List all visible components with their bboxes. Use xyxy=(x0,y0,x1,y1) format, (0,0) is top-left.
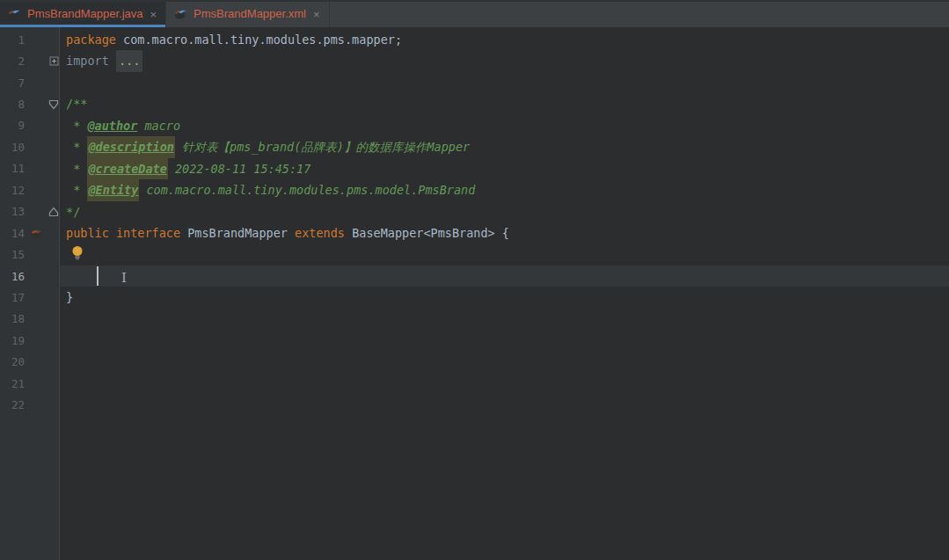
code-line: 16 I xyxy=(0,265,949,287)
code-line: 22 xyxy=(0,394,949,415)
text-caret xyxy=(97,266,99,286)
code-token-taghl: @Entity xyxy=(87,179,139,200)
code-token-plain: BaseMapper<PmsBrand> { xyxy=(345,222,509,244)
line-number: 9 xyxy=(0,119,25,132)
code-line: 2import ... xyxy=(0,50,949,71)
code-token-tag: @author xyxy=(87,115,137,136)
code-line-text[interactable]: } xyxy=(60,287,949,308)
code-line-text[interactable]: * @description 针对表【pms_brand(品牌表)】的数据库操作… xyxy=(60,136,949,157)
tab-pmsbrandmapper-java[interactable]: PmsBrandMapper.java × xyxy=(0,2,166,27)
code-line-text[interactable] xyxy=(60,330,949,351)
code-line: 11 * @createDate 2022-08-11 15:45:17 xyxy=(0,158,949,179)
code-token-muted: import xyxy=(66,50,116,71)
mybatis-file-icon xyxy=(7,6,21,24)
code-token-plain: com.macro.mall.tiny.modules.pms.mapper; xyxy=(116,29,402,50)
code-line: 17} xyxy=(0,287,949,308)
line-number: 1 xyxy=(0,33,25,47)
line-number: 18 xyxy=(0,312,25,325)
code-line-text[interactable]: I xyxy=(60,265,949,287)
code-line: 19 xyxy=(0,330,949,351)
code-line-text[interactable]: public interface PmsBrandMapper extends … xyxy=(60,222,949,244)
code-line-text[interactable]: */ xyxy=(60,201,949,222)
line-number: 14 xyxy=(0,227,25,240)
code-token-doc: */ xyxy=(66,201,80,222)
code-token-kw: package xyxy=(66,29,116,50)
code-line: 7 xyxy=(0,72,949,93)
code-token-taghl: @description xyxy=(87,136,175,157)
code-line-text[interactable]: * @Entity com.macro.mall.tiny.modules.pm… xyxy=(60,179,949,200)
code-line-text[interactable] xyxy=(60,394,949,415)
code-line-text[interactable] xyxy=(60,373,949,394)
code-line: 10 * @description 针对表【pms_brand(品牌表)】的数据… xyxy=(0,136,949,157)
code-line: 18 xyxy=(0,309,949,330)
line-number: 12 xyxy=(0,184,25,197)
mybatis-mapper-icon[interactable] xyxy=(25,227,47,240)
code-token-val: 针对表【pms_brand(品牌表)】的数据库操作Mapper xyxy=(175,136,470,157)
code-line: 13*/ xyxy=(0,201,949,222)
code-line-text[interactable] xyxy=(60,309,949,330)
code-token-doc: * xyxy=(66,136,87,157)
mouse-ibeam-cursor: I xyxy=(121,267,127,288)
code-line: 20 xyxy=(0,352,949,373)
code-token-val: macro xyxy=(137,115,180,136)
code-token-doc: /** xyxy=(66,93,87,114)
line-number: 17 xyxy=(0,291,25,304)
code-lines-container: 1package com.macro.mall.tiny.modules.pms… xyxy=(0,29,949,416)
line-number: 22 xyxy=(0,398,25,411)
line-number: 2 xyxy=(0,55,25,68)
code-token-val: com.macro.mall.tiny.modules.pms.model.Pm… xyxy=(139,179,475,200)
tab-label: PmsBrandMapper.java xyxy=(27,7,143,20)
code-line-text[interactable] xyxy=(60,72,949,93)
code-line-text[interactable]: /** xyxy=(60,93,949,114)
code-token-kw: public interface xyxy=(66,222,180,244)
code-token-doc: * xyxy=(66,115,87,136)
line-number: 8 xyxy=(0,98,25,111)
line-number: 7 xyxy=(0,76,25,90)
editor-tab-bar: PmsBrandMapper.java × PmsBrandMapper.xml… xyxy=(0,0,949,27)
line-number: 11 xyxy=(0,162,25,175)
code-line-text[interactable]: * @author macro xyxy=(60,115,949,136)
code-token-doc: * xyxy=(66,179,87,200)
line-number: 13 xyxy=(0,205,25,218)
code-token-val: 2022-08-11 15:45:17 xyxy=(168,158,311,179)
code-line-text[interactable]: import ... xyxy=(60,50,949,71)
fold-plus-icon[interactable] xyxy=(47,56,60,66)
code-editor[interactable]: 1package com.macro.mall.tiny.modules.pms… xyxy=(0,27,949,560)
code-token-plain xyxy=(66,265,95,287)
code-token-doc: * xyxy=(66,158,87,179)
ide-window: PmsBrandMapper.java × PmsBrandMapper.xml… xyxy=(0,0,949,560)
code-line: 12 * @Entity com.macro.mall.tiny.modules… xyxy=(0,179,949,200)
line-number: 16 xyxy=(0,270,25,283)
code-line-text[interactable]: package com.macro.mall.tiny.modules.pms.… xyxy=(60,29,949,50)
line-number: 21 xyxy=(0,377,25,390)
code-line: 21 xyxy=(0,373,949,394)
tab-pmsbrandmapper-xml[interactable]: PmsBrandMapper.xml × xyxy=(166,2,329,27)
code-line-text[interactable] xyxy=(60,244,949,265)
code-line: 1package com.macro.mall.tiny.modules.pms… xyxy=(0,29,949,50)
code-token-kw: extends xyxy=(295,222,345,244)
code-line: 15 xyxy=(0,244,949,265)
mybatis-file-icon xyxy=(173,6,187,24)
line-number: 20 xyxy=(0,355,25,368)
line-number: 15 xyxy=(0,248,25,261)
fold-start-icon[interactable] xyxy=(47,99,60,110)
code-line: 14public interface PmsBrandMapper extend… xyxy=(0,222,949,244)
code-token-folded: ... xyxy=(116,50,142,71)
close-tab-icon[interactable]: × xyxy=(313,8,320,21)
code-line-text[interactable]: * @createDate 2022-08-11 15:45:17 xyxy=(60,158,949,179)
line-number: 19 xyxy=(0,334,25,347)
tab-label: PmsBrandMapper.xml xyxy=(193,7,306,20)
fold-end-icon[interactable] xyxy=(47,207,60,217)
close-tab-icon[interactable]: × xyxy=(150,8,157,21)
code-line: 8/** xyxy=(0,93,949,114)
code-token-plain: } xyxy=(66,287,73,308)
line-number: 10 xyxy=(0,141,25,154)
code-line: 9 * @author macro xyxy=(0,115,949,136)
code-line-text[interactable] xyxy=(60,352,949,373)
code-token-taghl: @createDate xyxy=(87,158,167,179)
code-token-plain: PmsBrandMapper xyxy=(180,222,295,244)
